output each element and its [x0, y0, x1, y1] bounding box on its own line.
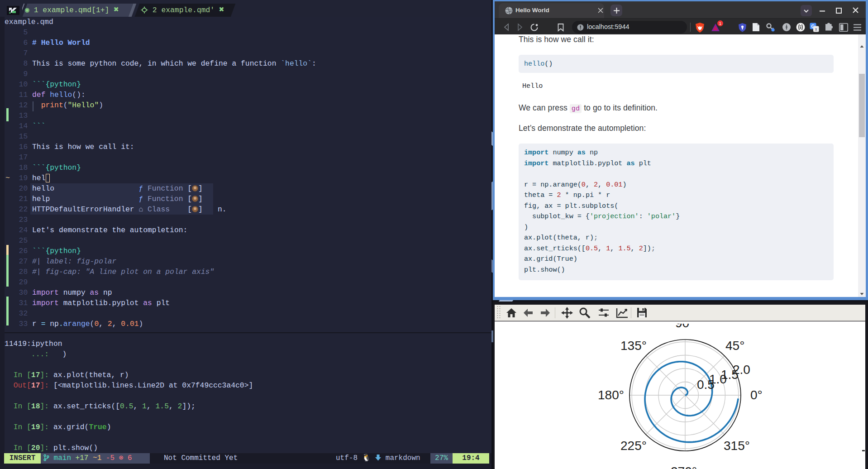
svg-text:x: x: [815, 27, 817, 32]
